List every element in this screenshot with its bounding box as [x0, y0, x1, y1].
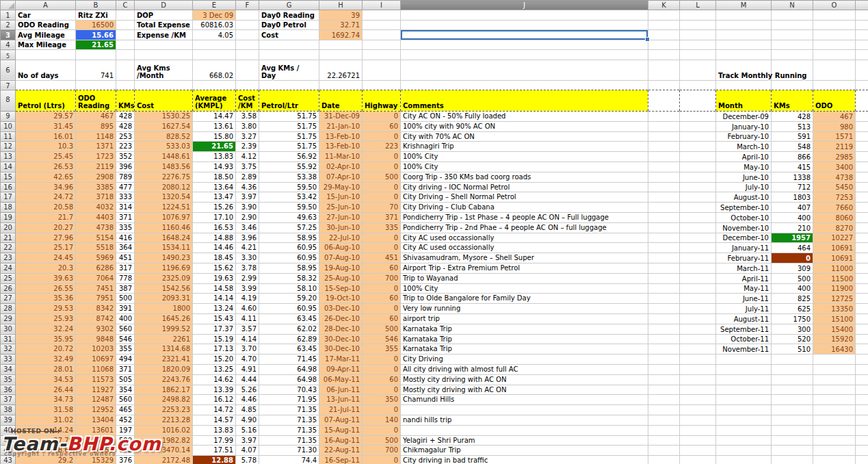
cell-N42[interactable] [772, 446, 813, 456]
cell-O43[interactable] [813, 456, 856, 464]
cell-G20-petrol-per-ltr[interactable]: 57.25 [259, 222, 319, 233]
cell-I37-highway[interactable]: 350 [363, 395, 401, 405]
cell-J30-comments[interactable]: Karnataka Trip [401, 324, 648, 334]
cell-O2[interactable] [813, 20, 856, 30]
cell-F31-cost-per-km[interactable]: 4.14 [236, 334, 259, 344]
cell-L42[interactable] [680, 446, 716, 456]
cell-C14-kms[interactable]: 396 [116, 162, 135, 172]
row-header-38[interactable]: 38 [1, 405, 16, 415]
cell-H11-date[interactable]: 13-Feb-10 [319, 131, 363, 142]
cell-C6[interactable] [116, 60, 135, 80]
cell-H30-date[interactable]: 28-Dec-10 [319, 324, 363, 334]
cell-N38[interactable] [772, 405, 813, 415]
cell-D9-cost[interactable]: 1530.25 [135, 112, 193, 122]
header-cell-cost[interactable]: Cost [135, 90, 193, 112]
cell-J14-comments[interactable]: 100% City [401, 162, 648, 172]
cell-E26-average[interactable]: 14.58 [193, 283, 236, 294]
cell-M17-month[interactable]: August-10 [716, 192, 772, 203]
row-header-27[interactable]: 27 [1, 294, 16, 304]
cell-N28-monthly-kms[interactable]: 625 [772, 304, 813, 314]
row-header-1[interactable]: 1 [1, 10, 16, 21]
cell-B14-odo-reading[interactable]: 2119 [76, 162, 116, 172]
cell-G14-petrol-per-ltr[interactable]: 55.92 [259, 162, 319, 172]
cell-N15-monthly-kms[interactable]: 1338 [772, 172, 813, 182]
column-header-G[interactable]: G [259, 1, 319, 10]
column-header-C[interactable]: C [116, 1, 135, 10]
cell-D37-cost[interactable]: 2498.82 [135, 395, 193, 405]
cell-B10-odo-reading[interactable]: 895 [76, 121, 116, 131]
cell-A12-petrol[interactable]: 10.3 [16, 142, 76, 152]
cell-A38-petrol[interactable]: 31.58 [16, 405, 76, 415]
cell-C15-kms[interactable]: 789 [116, 172, 135, 182]
cell-M4[interactable] [716, 40, 772, 50]
cell-M26-month[interactable]: May-11 [716, 283, 772, 294]
cell-C29-kms[interactable]: 400 [116, 313, 135, 324]
row-header-26[interactable]: 26 [1, 283, 16, 294]
cell-B2[interactable]: 16500 [76, 20, 116, 30]
cell-O39[interactable] [813, 415, 856, 425]
cell-N17-monthly-kms[interactable]: 1803 [772, 192, 813, 203]
cell-A6[interactable]: No of days [16, 60, 76, 80]
row-header-22[interactable]: 22 [1, 243, 16, 253]
cell-L6[interactable] [680, 60, 716, 80]
cell-H26-date[interactable]: 15-Sep-10 [319, 283, 363, 294]
cell-K10[interactable] [648, 121, 680, 131]
cell-E1[interactable]: 3 Dec 09 [193, 10, 236, 21]
cell-A5[interactable] [16, 50, 76, 60]
row-header-28[interactable]: 28 [1, 304, 16, 314]
cell-K30[interactable] [648, 324, 680, 334]
row-header-4[interactable]: 4 [1, 40, 16, 50]
cell-O1[interactable] [813, 10, 856, 21]
column-header-E[interactable]: E [193, 1, 236, 10]
cell-D31-cost[interactable]: 2261 [135, 334, 193, 344]
cell-H9-date[interactable]: 31-Dec-09 [319, 112, 363, 122]
row-header-15[interactable]: 15 [1, 172, 16, 182]
cell-K36[interactable] [648, 385, 680, 395]
cell-J26-comments[interactable]: 100% City [401, 283, 648, 294]
cell-G40-petrol-per-ltr[interactable]: 71.35 [259, 425, 319, 435]
cell-J1[interactable] [401, 10, 648, 21]
cell-F19-cost-per-km[interactable]: 2.90 [236, 212, 259, 222]
cell-edge-17[interactable] [856, 192, 868, 203]
cell-K33[interactable] [648, 355, 680, 365]
cell-I28-highway[interactable]: 0 [363, 304, 401, 314]
cell-edge-24[interactable] [856, 263, 868, 273]
cell-O36[interactable] [813, 385, 856, 395]
cell-K1[interactable] [648, 10, 680, 21]
cell-B35-odo-reading[interactable]: 11573 [76, 374, 116, 385]
cell-I32-highway[interactable]: 355 [363, 344, 401, 355]
cell-E23-average[interactable]: 18.45 [193, 253, 236, 263]
cell-O11-monthly-odo[interactable]: 1571 [813, 131, 856, 142]
row-header-18[interactable]: 18 [1, 203, 16, 213]
column-header-K[interactable]: K [648, 1, 680, 10]
cell-M11-month[interactable]: February-10 [716, 131, 772, 142]
cell-L3[interactable] [680, 30, 716, 40]
cell-K6[interactable] [648, 60, 680, 80]
cell-D4[interactable] [135, 40, 193, 50]
cell-I34-highway[interactable]: 0 [363, 364, 401, 374]
column-header-N[interactable]: N [772, 1, 813, 10]
cell-D14-cost[interactable]: 1483.56 [135, 162, 193, 172]
cell-M31-month[interactable]: October-11 [716, 334, 772, 344]
cell-F10-cost-per-km[interactable]: 3.80 [236, 121, 259, 131]
cell-L13[interactable] [680, 152, 716, 162]
row-header-6[interactable]: 6 [1, 60, 16, 80]
cell-B27-odo-reading[interactable]: 7951 [76, 294, 116, 304]
cell-B16-odo-reading[interactable]: 3385 [76, 182, 116, 192]
column-header-B[interactable]: B [76, 1, 116, 10]
cell-N16-monthly-kms[interactable]: 712 [772, 182, 813, 192]
cell-K2[interactable] [648, 20, 680, 30]
cell-K14[interactable] [648, 162, 680, 172]
cell-A23-petrol[interactable]: 24.45 [16, 253, 76, 263]
cell-D40-cost[interactable]: 1016.02 [135, 425, 193, 435]
cell-N32-monthly-kms[interactable]: 510 [772, 344, 813, 355]
cell-D35-cost[interactable]: 2243.76 [135, 374, 193, 385]
cell-A42-petrol[interactable]: 48.67 [16, 446, 76, 456]
cell-G41-petrol-per-ltr[interactable]: 71.35 [259, 435, 319, 446]
cell-H32-date[interactable]: 30-Dec-10 [319, 344, 363, 355]
cell-M43[interactable] [716, 456, 772, 464]
cell-A37-petrol[interactable]: 34.73 [16, 395, 76, 405]
cell-L26[interactable] [680, 283, 716, 294]
cell-L19[interactable] [680, 212, 716, 222]
cell-G9-petrol-per-ltr[interactable]: 51.75 [259, 112, 319, 122]
